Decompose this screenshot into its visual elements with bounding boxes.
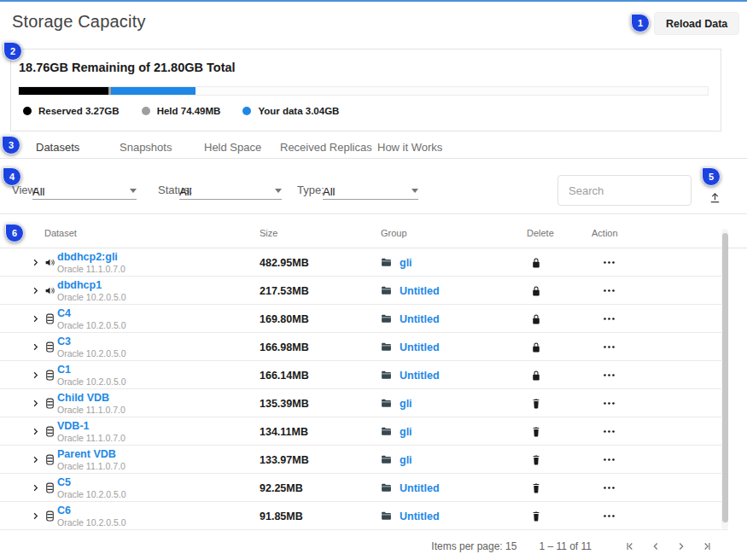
delete-button[interactable] [528, 502, 545, 530]
legend-item-your-data: Your data 3.04GB [242, 106, 339, 116]
dataset-name-link[interactable]: Parent VDB [57, 449, 116, 460]
reload-data-button[interactable]: Reload Data [654, 12, 739, 35]
last-page-icon [701, 540, 713, 552]
row-actions-button[interactable] [601, 474, 616, 502]
row-actions-button[interactable] [601, 417, 616, 446]
chevron-down-icon [275, 189, 282, 193]
dataset-name-link[interactable]: dbdhcp2:gli [57, 252, 118, 263]
table-row: C3 Oracle 10.2.0.5.0 166.98MB Untitled [0, 333, 728, 361]
dataset-name-link[interactable]: C3 [57, 336, 71, 347]
dataset-name-link[interactable]: VDB-1 [57, 421, 90, 432]
dataset-name-link[interactable]: C5 [57, 477, 71, 488]
delete-button[interactable] [528, 361, 545, 389]
row-actions-button[interactable] [601, 305, 616, 333]
capacity-bar [18, 86, 709, 96]
expand-row-button[interactable] [28, 502, 42, 530]
group-link[interactable]: Untitled [400, 370, 440, 382]
group-link[interactable]: gli [400, 454, 412, 466]
row-actions-button[interactable] [601, 361, 616, 389]
folder-icon [381, 342, 392, 352]
export-button[interactable] [706, 189, 723, 206]
more-horizontal-icon [603, 486, 616, 490]
more-horizontal-icon [603, 429, 616, 434]
dataset-name-link[interactable]: C4 [57, 308, 71, 319]
expand-row-button[interactable] [28, 333, 42, 361]
expand-row-button[interactable] [28, 305, 42, 333]
dataset-name-link[interactable]: Child VDB [57, 393, 109, 404]
group-link[interactable]: Untitled [400, 510, 440, 522]
delete-button[interactable] [528, 333, 545, 361]
delete-button[interactable] [528, 474, 545, 502]
next-page-button[interactable] [668, 538, 694, 555]
row-actions-button[interactable] [601, 502, 616, 530]
view-underline [32, 199, 137, 200]
chevron-right-icon [31, 399, 40, 408]
expand-row-button[interactable] [28, 417, 42, 446]
delete-button[interactable] [528, 305, 545, 333]
lock-icon [532, 258, 540, 268]
last-page-button[interactable] [694, 538, 720, 555]
callout-4: 4 [3, 167, 21, 186]
dataset-name-link[interactable]: dbdhcp1 [57, 280, 102, 291]
items-per-page[interactable]: Items per page: 15 [431, 540, 516, 552]
group-link[interactable]: gli [400, 426, 412, 438]
row-actions-button[interactable] [601, 389, 616, 417]
row-actions-button[interactable] [601, 277, 616, 305]
tab-held-space[interactable]: Held Space [204, 141, 261, 154]
tab-how-it-works[interactable]: How it Works [377, 141, 442, 154]
search-input[interactable] [557, 175, 692, 206]
pagination-bar: Items per page: 15 1 – 11 of 11 [0, 532, 747, 560]
chevron-right-icon [31, 455, 40, 464]
expand-row-button[interactable] [28, 474, 42, 502]
delete-button[interactable] [528, 389, 545, 417]
expand-row-button[interactable] [28, 389, 42, 417]
type-filter-select[interactable]: All [323, 184, 418, 199]
table-row: Child VDB Oracle 11.1.0.7.0 135.39MB gli [0, 389, 728, 417]
chevron-right-icon [31, 258, 40, 267]
expand-row-button[interactable] [28, 277, 42, 305]
first-page-button[interactable] [617, 538, 643, 555]
legend-item-reserved: Reserved 3.27GB [23, 106, 120, 116]
dsource-icon [44, 285, 55, 296]
status-underline [179, 199, 282, 200]
chevron-right-icon [31, 483, 40, 493]
group-link[interactable]: Untitled [400, 341, 440, 353]
table-row: C5 Oracle 10.2.0.5.0 92.25MB Untitled [0, 474, 728, 502]
delete-button[interactable] [528, 446, 545, 474]
trash-icon [532, 483, 540, 493]
export-icon [709, 191, 721, 204]
more-horizontal-icon [603, 345, 616, 349]
tab-snapshots[interactable]: Snapshots [120, 141, 172, 154]
database-icon [45, 510, 55, 522]
group-link[interactable]: Untitled [400, 313, 440, 325]
expand-row-button[interactable] [28, 248, 42, 277]
dataset-version: Oracle 10.2.0.5.0 [57, 292, 126, 302]
group-link[interactable]: Untitled [400, 482, 440, 494]
tab-datasets[interactable]: Datasets [36, 141, 79, 154]
row-actions-button[interactable] [601, 446, 616, 474]
delete-button[interactable] [528, 417, 545, 446]
expand-row-button[interactable] [28, 361, 42, 389]
group-link[interactable]: gli [400, 398, 412, 410]
delete-button[interactable] [528, 248, 545, 277]
row-actions-button[interactable] [601, 333, 616, 361]
column-header-size: Size [260, 228, 277, 238]
dataset-size: 133.97MB [260, 446, 309, 474]
dataset-name-link[interactable]: C6 [57, 505, 71, 516]
row-actions-button[interactable] [601, 248, 616, 277]
chevron-right-icon [31, 511, 40, 521]
status-filter-select[interactable]: All [179, 184, 282, 199]
expand-row-button[interactable] [28, 446, 42, 474]
group-link[interactable]: gli [400, 257, 412, 269]
tab-received-replicas[interactable]: Received Replicas [280, 141, 372, 154]
previous-page-button[interactable] [643, 538, 668, 555]
group-link[interactable]: Untitled [400, 285, 440, 297]
chevron-right-icon [31, 370, 40, 380]
trash-icon [532, 455, 540, 465]
delete-button[interactable] [528, 277, 545, 305]
table-scrollbar[interactable] [722, 233, 728, 522]
dataset-size: 169.80MB [260, 305, 309, 333]
dataset-name-link[interactable]: C1 [57, 365, 71, 376]
dataset-size: 217.53MB [260, 277, 309, 305]
view-filter-select[interactable]: All [32, 184, 137, 199]
